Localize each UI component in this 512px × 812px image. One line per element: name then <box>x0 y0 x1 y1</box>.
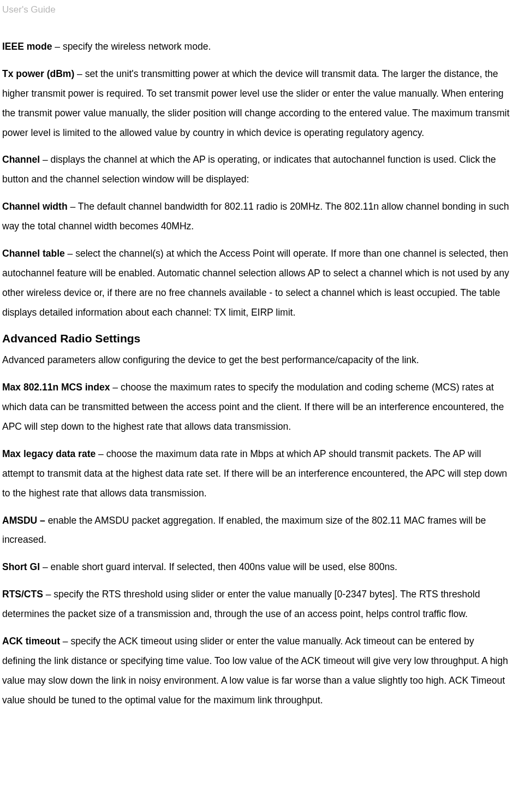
paragraph-ieee-mode: IEEE mode – specify the wireless network… <box>2 37 510 57</box>
paragraph-ack-timeout: ACK timeout – specify the ACK timeout us… <box>2 632 510 710</box>
text-amsdu: enable the AMSDU packet aggregation. If … <box>2 515 486 546</box>
heading-advanced-radio-settings: Advanced Radio Settings <box>2 332 510 345</box>
term-short-gi: Short GI <box>2 561 40 572</box>
paragraph-short-gi: Short GI – enable short guard interval. … <box>2 558 510 577</box>
document-page: User's Guide IEEE mode – specify the wir… <box>0 0 512 728</box>
header-label: User's Guide <box>2 4 510 15</box>
paragraph-channel-width: Channel width – The default channel band… <box>2 197 510 236</box>
term-amsdu: AMSDU – <box>2 515 45 526</box>
paragraph-rts-cts: RTS/CTS – specify the RTS threshold usin… <box>2 585 510 624</box>
term-tx-power: Tx power (dBm) <box>2 68 74 79</box>
text-ack-timeout: – specify the ACK timeout using slider o… <box>2 636 508 706</box>
text-channel: – displays the channel at which the AP i… <box>2 154 496 185</box>
paragraph-max-legacy: Max legacy data rate – choose the maximu… <box>2 444 510 503</box>
term-ack-timeout: ACK timeout <box>2 636 60 647</box>
paragraph-channel-table: Channel table – select the channel(s) at… <box>2 244 510 323</box>
term-ieee-mode: IEEE mode <box>2 41 52 52</box>
text-rts-cts: – specify the RTS threshold using slider… <box>2 589 480 619</box>
paragraph-tx-power: Tx power (dBm) – set the unit's transmit… <box>2 64 510 143</box>
term-max-mcs: Max 802.11n MCS index <box>2 382 110 393</box>
paragraph-amsdu: AMSDU – enable the AMSDU packet aggregat… <box>2 511 510 550</box>
text-short-gi: – enable short guard interval. If select… <box>40 561 397 572</box>
text-tx-power: – set the unit's transmitting power at w… <box>2 68 509 138</box>
term-channel-width: Channel width <box>2 201 68 212</box>
text-ieee-mode: – specify the wireless network mode. <box>52 41 211 52</box>
text-channel-width: – The default channel bandwidth for 802.… <box>2 201 509 232</box>
term-max-legacy: Max legacy data rate <box>2 448 96 459</box>
text-channel-table: – select the channel(s) at which the Acc… <box>2 248 509 318</box>
term-channel: Channel <box>2 154 40 165</box>
term-channel-table: Channel table <box>2 248 65 259</box>
paragraph-max-mcs: Max 802.11n MCS index – choose the maxim… <box>2 378 510 437</box>
term-rts-cts: RTS/CTS <box>2 589 43 600</box>
paragraph-channel: Channel – displays the channel at which … <box>2 150 510 189</box>
paragraph-advanced-intro: Advanced parameters allow configuring th… <box>2 351 510 370</box>
